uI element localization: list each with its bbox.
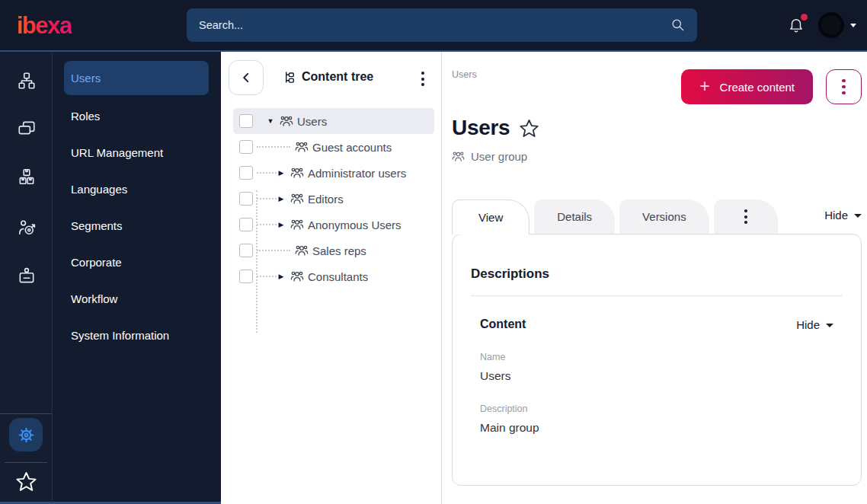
sidebar-item-languages[interactable]: Languages (53, 171, 221, 207)
create-content-button[interactable]: + Create content (681, 69, 813, 104)
field-label-description: Description (480, 404, 833, 414)
user-group-icon (295, 244, 309, 257)
content-tree-list: ▼ Users Guest accounts ▶ Administrator u… (221, 108, 442, 289)
search-input[interactable] (187, 8, 697, 42)
app-window: ibexa (0, 0, 867, 504)
content-tree-icon (283, 71, 296, 84)
rail-divider-top (0, 413, 52, 414)
tree-connector (257, 146, 290, 148)
tree-row-sales-reps[interactable]: Sales reps (233, 238, 434, 263)
tree-checkbox[interactable] (239, 166, 253, 180)
tree-checkbox[interactable] (239, 192, 253, 206)
expand-arrow-icon[interactable]: ▶ (277, 196, 286, 203)
settings-gear-icon[interactable] (9, 418, 43, 451)
user-group-icon (452, 150, 465, 163)
user-group-icon (290, 192, 304, 206)
section-title: Content (480, 317, 526, 331)
tree-connector (257, 224, 277, 225)
tree-connector (257, 198, 277, 199)
chevron-left-icon (239, 71, 253, 85)
caret-down-icon (826, 324, 833, 327)
sidebar-item-users[interactable]: Users (64, 61, 209, 95)
expand-arrow-icon[interactable]: ▶ (277, 273, 286, 280)
sitemap-icon[interactable] (0, 68, 53, 94)
badge-icon[interactable] (0, 263, 53, 289)
field-value-name: Users (480, 369, 833, 383)
user-group-icon (295, 140, 309, 154)
content-type-label: User group (471, 150, 527, 163)
sidebar-item-system-information[interactable]: System Information (53, 317, 221, 353)
tab-details[interactable]: Details (534, 199, 615, 234)
content-tree-panel: Content tree ▼ Users Guest accounts (221, 52, 442, 504)
tree-connector (257, 276, 277, 277)
sidebar-item-corporate[interactable]: Corporate (53, 244, 221, 280)
avatar (818, 12, 844, 38)
header-actions: + Create content (681, 69, 862, 104)
field-value-description: Main group (480, 421, 833, 435)
sidebar-item-workflow[interactable]: Workflow (53, 280, 221, 317)
bookmarks-star-icon[interactable] (0, 471, 53, 493)
main-content: Users + Create content Users User group … (442, 52, 867, 504)
tab-more-button[interactable] (714, 199, 778, 234)
bookmark-star-icon[interactable] (519, 118, 539, 139)
tab-view[interactable]: View (452, 199, 529, 234)
field-label-name: Name (480, 352, 833, 362)
product-boxes-icon[interactable] (0, 164, 53, 190)
notifications-button[interactable] (788, 16, 806, 34)
tabs: View Details Versions Hide (452, 199, 862, 234)
tree-row-editors[interactable]: ▶ Editors (233, 186, 434, 212)
topbar-right (788, 12, 856, 38)
ibexa-logo[interactable]: ibexa (17, 14, 72, 37)
expand-arrow-icon[interactable]: ▶ (277, 170, 286, 177)
rail-divider-bottom (5, 462, 47, 463)
user-group-icon (290, 270, 304, 283)
global-search (187, 8, 697, 42)
kebab-icon (744, 209, 747, 224)
tree-checkbox[interactable] (239, 270, 253, 283)
user-group-icon (290, 218, 304, 231)
tree-checkbox[interactable] (239, 244, 253, 257)
tree-checkbox[interactable] (239, 140, 253, 154)
content-pages-icon[interactable] (0, 115, 53, 141)
content-type-row: User group (452, 150, 527, 163)
expand-arrow-icon[interactable]: ▶ (277, 222, 286, 228)
hide-tabs-toggle[interactable]: Hide (824, 209, 862, 222)
content-tree-title: Content tree (283, 70, 373, 84)
tree-row-users[interactable]: ▼ Users (233, 108, 434, 134)
chevron-down-icon (850, 24, 856, 27)
kebab-icon (842, 79, 846, 95)
sidebar-item-segments[interactable]: Segments (53, 207, 221, 244)
icon-rail (0, 52, 53, 504)
admin-sidebar: Users Roles URL Management Languages Seg… (53, 52, 221, 504)
card-heading: Descriptions (471, 266, 843, 282)
content-tree-menu-button[interactable] (420, 70, 426, 88)
tree-row-guest-accounts[interactable]: Guest accounts (233, 134, 434, 160)
user-group-icon (280, 114, 293, 128)
tree-row-anonymous-users[interactable]: ▶ Anonymous Users (233, 212, 434, 238)
sidebar-item-url-management[interactable]: URL Management (53, 134, 221, 171)
user-menu-button[interactable] (818, 12, 856, 38)
divider (471, 295, 843, 296)
sidebar-item-roles[interactable]: Roles (53, 97, 221, 134)
page-title: Users (452, 116, 510, 140)
tree-checkbox[interactable] (239, 114, 253, 128)
tree-connector (257, 172, 277, 174)
tab-versions[interactable]: Versions (619, 199, 709, 234)
topbar: ibexa (0, 0, 867, 52)
breadcrumb[interactable]: Users (452, 69, 477, 80)
plus-icon: + (699, 78, 709, 95)
caret-down-icon (854, 214, 862, 218)
tree-row-consultants[interactable]: ▶ Consultants (233, 263, 434, 289)
hide-section-toggle[interactable]: Hide (796, 318, 833, 331)
user-group-icon (290, 166, 304, 180)
kebab-icon (421, 72, 424, 86)
search-icon[interactable] (670, 18, 685, 32)
more-actions-button[interactable] (826, 69, 862, 104)
tree-checkbox[interactable] (239, 218, 253, 231)
tree-row-administrator-users[interactable]: ▶ Administrator users (233, 160, 434, 186)
collapse-arrow-icon[interactable]: ▼ (266, 118, 275, 125)
collapse-panel-button[interactable] (229, 60, 264, 95)
tree-connector (257, 250, 290, 251)
audience-target-icon[interactable] (0, 215, 53, 241)
view-tab-card: Descriptions Content Hide Name Users Des… (452, 234, 862, 486)
